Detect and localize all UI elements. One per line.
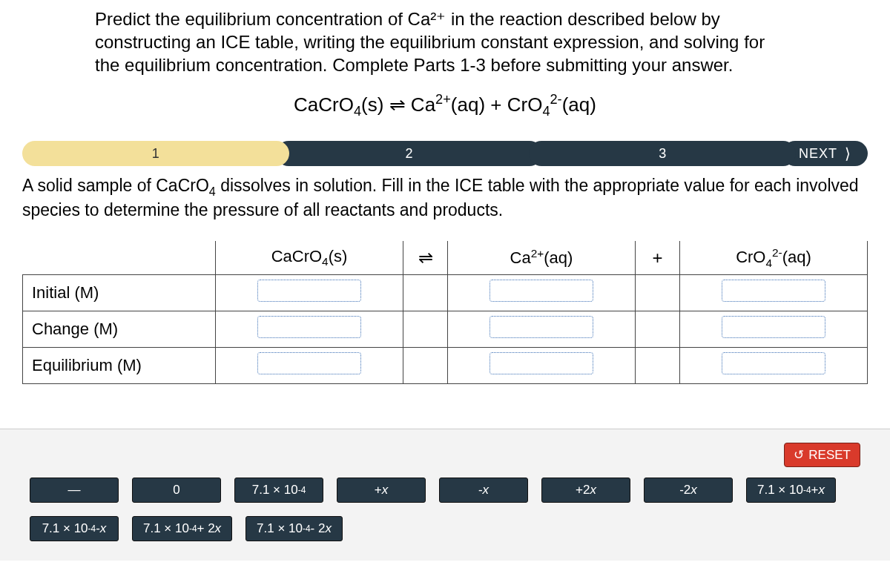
drop-slot[interactable] (490, 280, 593, 302)
step-nav: 1 2 3 NEXT ⟩ (22, 141, 868, 166)
drop-slot[interactable] (257, 280, 361, 302)
chevron-right-icon: ⟩ (845, 145, 851, 162)
step-instruction: A solid sample of CaCrO4 dissolves in so… (22, 175, 868, 221)
col-species-3: CrO42-(aq) (680, 241, 868, 275)
answer-tile[interactable]: 7.1 × 10-4 + x (746, 478, 836, 503)
drop-slot[interactable] (490, 316, 593, 338)
drop-slot[interactable] (257, 352, 361, 374)
row-label-change: Change (M) (23, 311, 216, 348)
answer-tile[interactable]: -2x (644, 478, 733, 503)
table-row: Initial (M) (23, 275, 868, 311)
reset-button[interactable]: ↺ RESET (784, 443, 860, 467)
table-row: Change (M) (23, 311, 868, 348)
answer-tile[interactable]: -x (439, 478, 528, 503)
drop-slot[interactable] (490, 352, 593, 374)
drop-slot[interactable] (257, 316, 361, 338)
answer-tile[interactable]: +2x (541, 478, 630, 503)
drop-slot[interactable] (722, 352, 825, 374)
answer-tile[interactable]: +x (337, 478, 426, 503)
drop-slot[interactable] (722, 280, 825, 302)
col-op-equil: ⇌ (403, 241, 448, 275)
answer-tile[interactable]: 0 (132, 478, 221, 503)
col-op-plus: + (636, 241, 680, 275)
question-prompt: Predict the equilibrium concentration of… (95, 7, 777, 77)
next-label: NEXT (799, 146, 837, 162)
step-2[interactable]: 2 (276, 141, 543, 166)
reaction-equation: CaCrO4(s) ⇌ Ca2+(aq) + CrO42-(aq) (22, 92, 868, 119)
reset-label: RESET (808, 448, 851, 463)
ice-table: CaCrO4(s) ⇌ Ca2+(aq) + CrO42-(aq) Initia… (22, 241, 868, 385)
undo-icon: ↺ (794, 447, 804, 463)
step-3[interactable]: 3 (529, 141, 796, 166)
row-label-equilibrium: Equilibrium (M) (23, 348, 216, 384)
row-label-initial: Initial (M) (23, 275, 216, 311)
col-species-1: CaCrO4(s) (216, 241, 403, 275)
drop-slot[interactable] (722, 316, 825, 338)
table-row: Equilibrium (M) (23, 348, 868, 384)
step-1[interactable]: 1 (22, 141, 289, 166)
answer-tile[interactable]: 7.1 × 10-4 (234, 478, 323, 503)
answer-tile[interactable]: 7.1 × 10-4 + 2x (132, 516, 232, 541)
answer-tile[interactable]: — (30, 478, 119, 503)
tile-row: —07.1 × 10-4+x-x+2x-2x7.1 × 10-4 + x7.1 … (30, 478, 860, 541)
answer-tile-tray: ↺ RESET —07.1 × 10-4+x-x+2x-2x7.1 × 10-4… (0, 429, 890, 561)
col-species-2: Ca2+(aq) (448, 241, 636, 275)
answer-tile[interactable]: 7.1 × 10-4 - x (30, 516, 119, 541)
answer-tile[interactable]: 7.1 × 10-4 - 2x (245, 516, 343, 541)
